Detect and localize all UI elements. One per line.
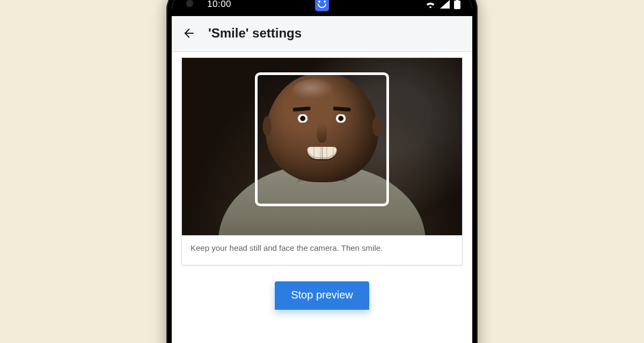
face-control-indicator-icon [315, 0, 329, 11]
preview-instruction: Keep your head still and face the camera… [182, 235, 462, 264]
status-bar: 10:00 [172, 0, 472, 16]
camera-preview [182, 58, 462, 235]
battery-icon [454, 0, 460, 9]
phone-screen: 10:00 'Smile' settings [172, 0, 472, 343]
face-detection-frame [255, 72, 389, 206]
content-area: Keep your head still and face the camera… [172, 52, 472, 343]
phone-frame: 10:00 'Smile' settings [166, 0, 478, 343]
stop-preview-button[interactable]: Stop preview [275, 281, 369, 310]
wifi-icon [425, 0, 436, 9]
status-clock: 10:00 [207, 0, 231, 10]
preview-card: Keep your head still and face the camera… [181, 57, 463, 265]
arrow-left-icon [182, 26, 196, 40]
app-bar: 'Smile' settings [172, 16, 472, 52]
back-button[interactable] [181, 26, 196, 41]
front-camera-hole [186, 0, 195, 9]
page-title: 'Smile' settings [208, 26, 302, 41]
cellular-signal-icon [440, 0, 450, 9]
